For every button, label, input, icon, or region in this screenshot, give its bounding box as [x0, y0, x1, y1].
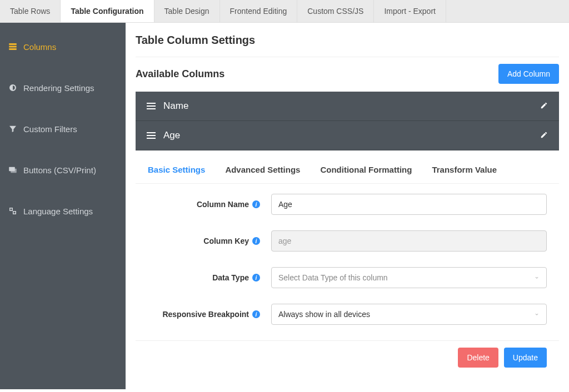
- edit-icon[interactable]: [540, 102, 548, 111]
- label-text: Responsive Breakpoint: [162, 310, 249, 319]
- column-name-input[interactable]: [271, 194, 547, 215]
- buttons-icon: [8, 165, 18, 175]
- tab-table-rows[interactable]: Table Rows: [0, 0, 61, 22]
- column-row-name[interactable]: Name: [136, 92, 559, 121]
- sidebar: Columns Rendering Settings Custom Filter…: [0, 23, 126, 389]
- drag-handle-icon[interactable]: [147, 132, 156, 139]
- sidebar-item-buttons[interactable]: Buttons (CSV/Print): [0, 157, 126, 183]
- info-icon[interactable]: i: [252, 274, 260, 282]
- sidebar-item-filters[interactable]: Custom Filters: [0, 116, 126, 142]
- responsive-breakpoint-label: Responsive Breakpoint i: [148, 310, 264, 319]
- rendering-icon: [8, 83, 18, 93]
- sidebar-item-label: Language Settings: [23, 207, 93, 216]
- tab-table-configuration[interactable]: Table Configuration: [61, 0, 154, 22]
- label-text: Data Type: [212, 273, 249, 282]
- content: Table Column Settings Available Columns …: [126, 23, 569, 389]
- tab-label: Custom CSS/JS: [307, 7, 363, 16]
- data-type-select[interactable]: Select Data Type of this column: [271, 267, 547, 288]
- edit-icon[interactable]: [540, 131, 548, 140]
- column-key-label: Column Key i: [148, 237, 264, 245]
- svg-rect-4: [11, 169, 17, 173]
- top-tabs: Table Rows Table Configuration Table Des…: [0, 0, 569, 23]
- update-button[interactable]: Update: [504, 348, 547, 368]
- inner-tabs: Basic Settings Advanced Settings Conditi…: [136, 165, 559, 184]
- tab-custom-css-js[interactable]: Custom CSS/JS: [297, 0, 374, 22]
- data-type-label: Data Type i: [148, 273, 264, 282]
- chevron-down-icon: [534, 311, 540, 317]
- tab-basic-settings[interactable]: Basic Settings: [148, 165, 205, 178]
- columns-list: Name Age: [136, 92, 559, 150]
- add-column-button[interactable]: Add Column: [498, 64, 559, 84]
- basic-settings-form: Column Name i Column Key i Data Type: [136, 184, 559, 325]
- tab-transform-value[interactable]: Transform Value: [432, 165, 497, 178]
- svg-rect-1: [9, 46, 17, 48]
- tab-label: Table Design: [164, 7, 209, 16]
- column-key-input: [271, 230, 547, 252]
- tab-label: Import - Export: [384, 7, 436, 16]
- tab-label: Frontend Editing: [230, 7, 287, 16]
- tab-label: Table Rows: [10, 7, 50, 16]
- chevron-down-icon: [534, 275, 540, 280]
- info-icon[interactable]: i: [252, 237, 260, 245]
- page-title: Table Column Settings: [136, 34, 559, 47]
- delete-button[interactable]: Delete: [458, 348, 498, 368]
- sidebar-item-columns[interactable]: Columns: [0, 34, 126, 59]
- sidebar-item-label: Rendering Settings: [23, 83, 94, 93]
- filter-icon: [8, 124, 18, 134]
- column-label: Name: [163, 100, 188, 112]
- info-icon[interactable]: i: [252, 310, 260, 318]
- responsive-breakpoint-select[interactable]: Always show in all devices: [271, 304, 547, 325]
- tab-import-export[interactable]: Import - Export: [374, 0, 446, 22]
- divider: [136, 57, 559, 57]
- sidebar-item-language[interactable]: Language Settings: [0, 198, 126, 224]
- tab-frontend-editing[interactable]: Frontend Editing: [220, 0, 298, 22]
- select-value: Always show in all devices: [278, 310, 370, 319]
- tab-conditional-formatting[interactable]: Conditional Formatting: [320, 165, 412, 178]
- form-actions: Delete Update: [136, 340, 559, 368]
- column-row-age[interactable]: Age: [136, 121, 559, 150]
- select-placeholder: Select Data Type of this column: [278, 273, 388, 282]
- language-icon: [8, 206, 18, 216]
- sidebar-item-label: Custom Filters: [23, 124, 77, 134]
- available-columns-heading: Available Columns: [136, 68, 224, 80]
- sidebar-item-label: Buttons (CSV/Print): [23, 165, 96, 175]
- svg-rect-2: [9, 48, 17, 50]
- svg-rect-0: [9, 43, 17, 45]
- tab-advanced-settings[interactable]: Advanced Settings: [225, 165, 300, 178]
- sidebar-item-rendering[interactable]: Rendering Settings: [0, 75, 126, 100]
- drag-handle-icon[interactable]: [147, 103, 156, 109]
- tab-table-design[interactable]: Table Design: [154, 0, 220, 22]
- info-icon[interactable]: i: [252, 200, 260, 208]
- sidebar-item-label: Columns: [23, 42, 56, 52]
- tab-label: Table Configuration: [71, 7, 143, 16]
- column-label: Age: [163, 130, 180, 141]
- label-text: Column Key: [203, 237, 249, 245]
- columns-icon: [8, 42, 18, 52]
- label-text: Column Name: [197, 200, 249, 209]
- column-name-label: Column Name i: [148, 200, 264, 209]
